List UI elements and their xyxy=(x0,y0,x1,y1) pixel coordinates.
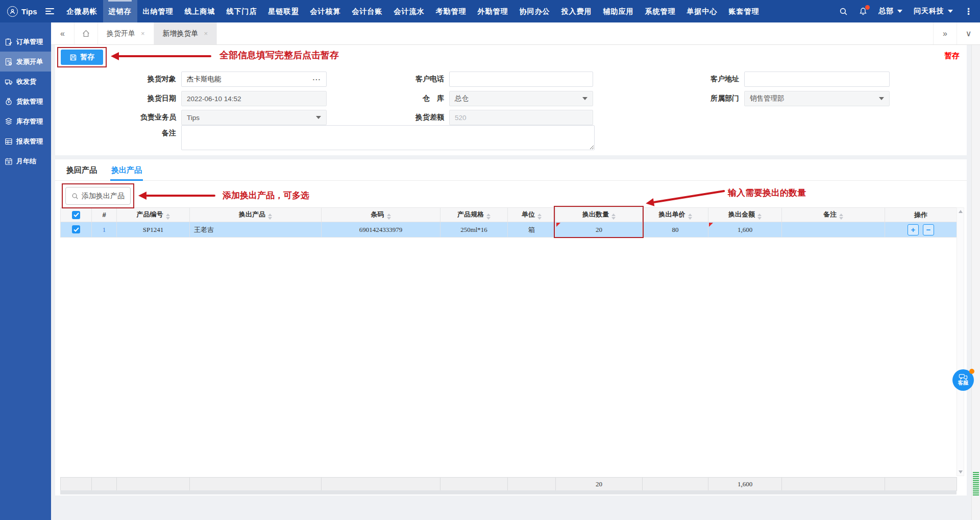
sidebar-item-monthly-close[interactable]: 30 月年结 xyxy=(0,151,51,171)
sidebar-item-inventory[interactable]: 库存管理 xyxy=(0,111,51,131)
expand-tabs-icon[interactable]: » xyxy=(933,22,957,44)
topnav-menu-item[interactable]: 协同办公 xyxy=(514,0,556,22)
footer-cell xyxy=(508,478,556,491)
col-header-qty[interactable]: 换出数量 xyxy=(556,208,643,222)
department-select[interactable]: 销售管理部 xyxy=(744,91,890,106)
topnav-menu-item[interactable]: 系统管理 xyxy=(640,0,681,22)
tab-exchange-billing[interactable]: 换货开单 × xyxy=(98,22,154,44)
topnav-menu-item[interactable]: 会计流水 xyxy=(388,0,430,22)
topnav-menu-item[interactable]: 账套管理 xyxy=(723,0,765,22)
row-checkbox[interactable] xyxy=(72,225,80,233)
field-label: 仓 库 xyxy=(398,94,444,103)
exchange-diff-field: 换货差额 520 xyxy=(398,110,593,125)
sort-icon[interactable] xyxy=(166,214,170,220)
field-value: 杰卡斯电能 xyxy=(187,75,222,84)
save-draft-button[interactable]: 暂存 xyxy=(61,50,103,65)
scroll-down-icon[interactable] xyxy=(959,470,963,474)
col-header-barcode[interactable]: 条码 xyxy=(322,208,440,222)
topnav-menu-item[interactable]: 星链联盟 xyxy=(263,0,305,22)
field-value: 销售管理部 xyxy=(750,94,785,103)
sidebar-item-reports[interactable]: 报表管理 xyxy=(0,131,51,151)
page-scrollbar-thumb[interactable] xyxy=(973,472,979,495)
table-horizontal-scrollbar[interactable] xyxy=(60,490,957,494)
sort-icon[interactable] xyxy=(688,214,692,220)
field-label: 客户地址 xyxy=(693,75,739,84)
col-header-product-code[interactable]: 产品编号 xyxy=(117,208,190,222)
tab-bar: « 换货开单 × 新增换货单 × » ∨ xyxy=(51,22,980,45)
table-vertical-scrollbar[interactable] xyxy=(957,207,964,476)
exchange-target-input[interactable]: 杰卡斯电能 ··· xyxy=(181,72,327,87)
footer-amount-total: 1,600 xyxy=(708,478,782,491)
remark-textarea[interactable] xyxy=(181,125,595,150)
sidebar-item-payments[interactable]: ¥ 货款管理 xyxy=(0,91,51,111)
sort-icon[interactable] xyxy=(537,214,542,220)
app-brand[interactable]: Tips xyxy=(7,6,37,17)
col-header-actions: 操作 xyxy=(885,208,957,222)
customer-service-button[interactable]: 客服 xyxy=(952,369,974,391)
more-options-icon[interactable]: ··· xyxy=(313,76,322,83)
kebab-menu-icon[interactable]: ⋮ xyxy=(964,7,973,16)
tab-returned-products[interactable]: 换回产品 xyxy=(66,159,97,181)
topnav-menu-item[interactable]: 企微易帐 xyxy=(61,0,103,22)
sidebar-item-shipping[interactable]: 收发货 xyxy=(0,72,51,91)
col-header-unit[interactable]: 单位 xyxy=(508,208,556,222)
sort-icon[interactable] xyxy=(486,214,491,220)
search-icon[interactable] xyxy=(839,7,848,16)
remove-row-button[interactable]: − xyxy=(923,224,934,235)
topnav-menu-item[interactable]: 线上商城 xyxy=(179,0,221,22)
company-selector[interactable]: 问天科技 xyxy=(914,7,953,16)
topnav-menu-item[interactable]: 辅助应用 xyxy=(598,0,640,22)
salesperson-select[interactable]: Tips xyxy=(181,110,327,125)
products-table: # 产品编号 换出产品 条码 产品规格 单位 换出数量 换出单价 换出金额 备注… xyxy=(60,207,957,238)
exchange-date-input[interactable]: 2022-06-10 14:52 xyxy=(181,91,327,106)
save-icon xyxy=(69,54,77,61)
warehouse-select[interactable]: 总仓 xyxy=(449,91,593,106)
sidebar-item-orders[interactable]: 订单管理 xyxy=(0,32,51,52)
topnav-menu-item[interactable]: 会计台账 xyxy=(347,0,388,22)
page-scrollbar[interactable] xyxy=(971,45,980,520)
sort-icon[interactable] xyxy=(839,214,843,220)
remark-field: 备注 xyxy=(129,125,181,140)
close-icon[interactable]: × xyxy=(204,30,208,37)
sort-icon[interactable] xyxy=(387,214,391,220)
notifications-bell-icon[interactable] xyxy=(859,7,867,15)
topnav-menu-item[interactable]: 出纳管理 xyxy=(137,0,179,22)
close-icon[interactable]: × xyxy=(141,30,145,37)
field-label: 所属部门 xyxy=(693,94,739,103)
cell-remark[interactable] xyxy=(782,222,885,238)
scroll-up-icon[interactable] xyxy=(959,210,963,213)
col-header-product-name[interactable]: 换出产品 xyxy=(190,208,322,222)
customer-phone-input[interactable] xyxy=(449,72,593,87)
add-outgoing-product-button[interactable]: 添加换出产品 xyxy=(65,187,131,205)
cell-qty[interactable]: 20 xyxy=(556,222,643,238)
select-all-checkbox[interactable] xyxy=(72,211,80,219)
topnav-menu-item[interactable]: 单据中心 xyxy=(681,0,723,22)
topnav-menu-item[interactable]: 外勤管理 xyxy=(472,0,514,22)
footer-cell xyxy=(782,478,885,491)
topnav-menu-item[interactable]: 考勤管理 xyxy=(430,0,472,22)
collapse-tabs-icon[interactable]: « xyxy=(51,22,75,44)
topnav-menu-item[interactable]: 投入费用 xyxy=(556,0,598,22)
col-header-amount[interactable]: 换出金额 xyxy=(708,208,782,222)
customer-address-input[interactable] xyxy=(744,72,890,87)
sidebar-item-invoicing[interactable]: 发票开单 xyxy=(0,52,51,72)
hamburger-menu-icon[interactable] xyxy=(45,8,54,14)
add-row-button[interactable]: + xyxy=(908,224,919,235)
sort-icon[interactable] xyxy=(757,214,762,220)
col-header-spec[interactable]: 产品规格 xyxy=(440,208,508,222)
topnav-menu-item[interactable]: 会计核算 xyxy=(305,0,347,22)
tab-new-exchange-order[interactable]: 新增换货单 × xyxy=(154,22,217,44)
tab-outgoing-products[interactable]: 换出产品 xyxy=(111,159,142,181)
sidebar-item-label: 库存管理 xyxy=(16,117,43,126)
sort-icon[interactable] xyxy=(611,214,616,220)
top-navigation-bar: Tips 企微易帐 进销存 出纳管理 线上商城 线下门店 星链联盟 会计核算 会… xyxy=(0,0,980,22)
home-icon[interactable] xyxy=(75,22,98,44)
col-header-price[interactable]: 换出单价 xyxy=(643,208,708,222)
sort-icon[interactable] xyxy=(268,214,272,220)
cell-price[interactable]: 80 xyxy=(643,222,708,238)
topnav-menu-item-active[interactable]: 进销存 xyxy=(103,0,137,22)
col-header-remark[interactable]: 备注 xyxy=(782,208,885,222)
tab-list-chevron-icon[interactable]: ∨ xyxy=(957,22,980,44)
org-selector[interactable]: 总部 xyxy=(878,7,902,16)
topnav-menu-item[interactable]: 线下门店 xyxy=(221,0,263,22)
